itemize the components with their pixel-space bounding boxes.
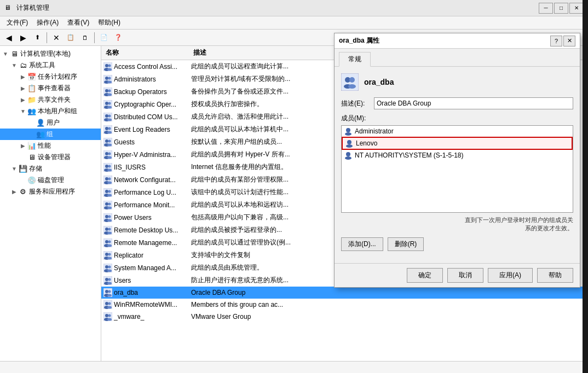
help2-button[interactable]: 帮助 <box>537 268 573 283</box>
description-input[interactable] <box>374 97 573 109</box>
dialog-overlay: ora_dba 属性 ? ✕ 常规 ora_dba <box>0 0 588 373</box>
member-item-lenovo[interactable]: Lenovo <box>342 137 573 150</box>
remove-member-button[interactable]: 删除(R) <box>388 237 424 251</box>
properties-dialog: ora_dba 属性 ? ✕ 常规 ora_dba <box>334 33 580 288</box>
dialog-group-name: ora_dba <box>364 78 394 86</box>
svg-point-109 <box>348 84 356 89</box>
dialog-footer: 确定 取消 应用(A) 帮助 <box>335 263 580 287</box>
member-buttons: 添加(D)... 删除(R) <box>341 237 573 251</box>
svg-point-112 <box>347 140 351 144</box>
svg-point-111 <box>345 132 351 136</box>
apply-button[interactable]: 应用(A) <box>488 268 533 283</box>
dialog-title-text: ora_dba 属性 <box>339 36 550 45</box>
svg-point-113 <box>346 144 353 148</box>
description-label: 描述(E): <box>341 99 374 108</box>
ok-button[interactable]: 确定 <box>407 268 443 283</box>
member-name: Lenovo <box>356 139 377 147</box>
member-name: NT AUTHORITY\SYSTEM (S-1-5-18) <box>355 151 463 159</box>
description-row: 描述(E): <box>341 97 573 109</box>
member-user-icon <box>345 139 354 148</box>
members-note: 直到下一次用户登录时对用户的组成员关系的更改才生效。 <box>341 216 573 233</box>
svg-point-110 <box>346 128 350 132</box>
members-list: Administrator Lenovo NT AUTHORITY\SYSTEM… <box>341 125 573 213</box>
member-user-icon <box>344 127 353 136</box>
svg-point-107 <box>349 77 355 83</box>
group-big-icon <box>341 73 359 91</box>
dialog-title-bar: ora_dba 属性 ? ✕ <box>335 33 580 49</box>
members-label: 成员(M): <box>341 114 573 123</box>
dialog-help-button[interactable]: ? <box>550 36 562 46</box>
dialog-tab-bar: 常规 <box>335 49 580 67</box>
svg-point-115 <box>345 156 351 160</box>
member-item[interactable]: Administrator <box>342 126 573 137</box>
group-header: ora_dba <box>341 73 573 91</box>
member-user-icon <box>344 151 353 160</box>
add-member-button[interactable]: 添加(D)... <box>341 237 383 251</box>
dialog-body: ora_dba 描述(E): 成员(M): Administrator <box>335 67 580 263</box>
member-name: Administrator <box>355 127 394 135</box>
group-icon-large <box>341 73 359 91</box>
member-item-system[interactable]: NT AUTHORITY\SYSTEM (S-1-5-18) <box>342 150 573 161</box>
tab-general[interactable]: 常规 <box>339 52 371 67</box>
dialog-close-button[interactable]: ✕ <box>563 36 575 46</box>
svg-point-114 <box>346 152 350 156</box>
cancel-button[interactable]: 取消 <box>447 268 483 283</box>
